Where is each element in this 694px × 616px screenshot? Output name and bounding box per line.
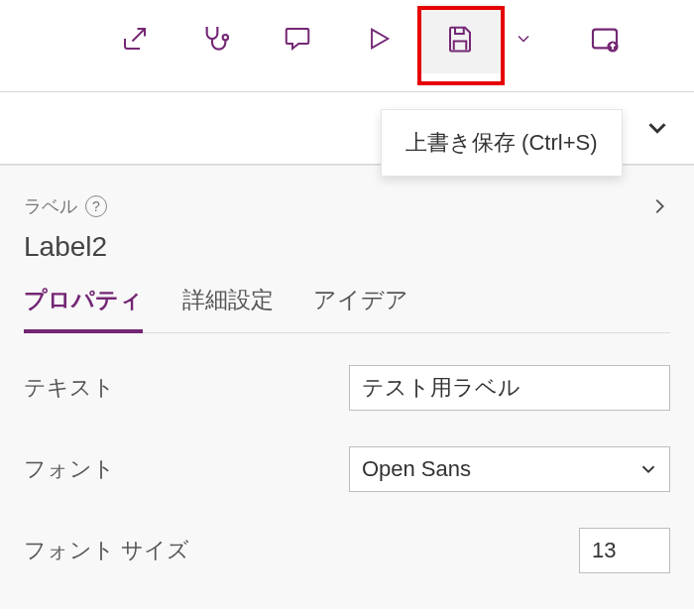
panel-expand-button[interactable] [648, 191, 670, 221]
prop-label-fontsize: フォント サイズ [24, 536, 351, 565]
font-select-value: Open Sans [362, 456, 471, 482]
control-name[interactable]: Label2 [24, 231, 670, 263]
save-icon [445, 24, 475, 54]
prop-row-font: フォント Open Sans [24, 446, 670, 492]
upload-icon [589, 23, 621, 55]
chevron-down-icon [637, 458, 659, 480]
diagnostics-button[interactable] [175, 4, 257, 73]
play-button[interactable] [338, 4, 419, 73]
save-more-button[interactable] [501, 4, 546, 73]
share-icon [120, 24, 150, 54]
properties-panel: ラベル ? Label2 プロパティ 詳細設定 アイデア テキスト フォント O… [0, 165, 694, 609]
tab-properties[interactable]: プロパティ [24, 285, 143, 333]
font-select[interactable]: Open Sans [349, 446, 670, 492]
stethoscope-icon [200, 23, 232, 55]
text-input[interactable] [349, 365, 670, 411]
publish-button[interactable] [564, 4, 645, 73]
control-type-label: ラベル [24, 194, 77, 218]
chevron-right-icon [648, 191, 670, 221]
panel-header: ラベル ? [24, 191, 670, 221]
share-button[interactable] [94, 4, 175, 73]
chevron-down-icon [642, 113, 672, 143]
comments-button[interactable] [257, 4, 338, 73]
prop-row-text: テキスト [24, 365, 670, 411]
prop-label-text: テキスト [24, 373, 349, 403]
fontsize-input[interactable] [579, 528, 670, 573]
help-icon[interactable]: ? [85, 195, 107, 217]
svg-point-0 [223, 35, 228, 40]
property-rows: テキスト フォント Open Sans フォント サイズ [24, 365, 670, 573]
play-icon [365, 24, 393, 54]
tab-ideas[interactable]: アイデア [313, 285, 408, 333]
prop-row-fontsize: フォント サイズ [24, 528, 670, 573]
chevron-down-icon [514, 29, 533, 49]
comment-icon [282, 24, 313, 54]
save-button[interactable] [419, 4, 501, 73]
tab-advanced[interactable]: 詳細設定 [182, 285, 274, 333]
expand-formula-button[interactable] [638, 109, 676, 147]
prop-label-font: フォント [24, 454, 349, 484]
save-tooltip: 上書き保存 (Ctrl+S) [381, 109, 623, 177]
panel-tabs: プロパティ 詳細設定 アイデア [24, 285, 670, 333]
toolbar [0, 0, 694, 77]
